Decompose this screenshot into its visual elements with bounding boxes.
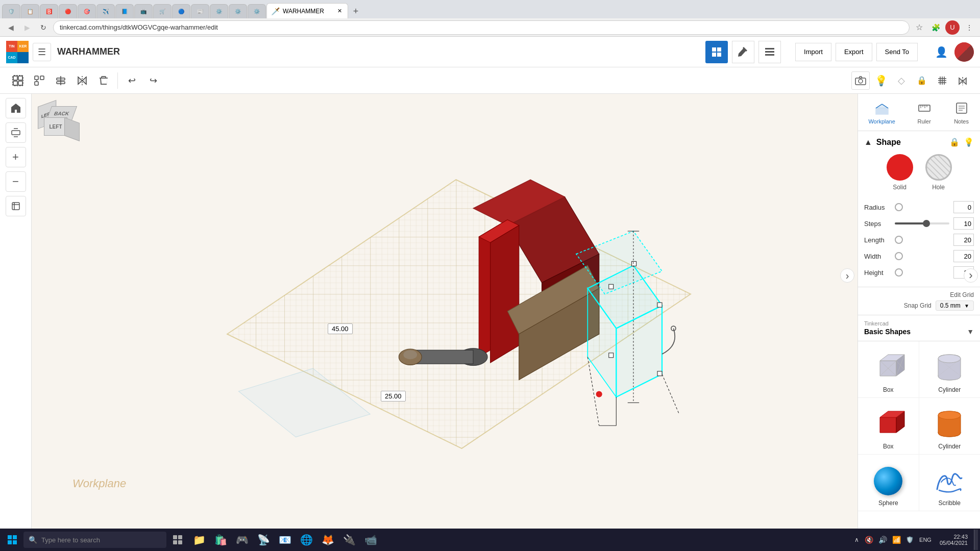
light-icon[interactable]: 💡 [872,71,890,90]
radius-input[interactable] [953,201,974,213]
shape-item-gray-box[interactable]: Box [858,341,919,398]
tray-security[interactable]: 🛡️ [904,536,915,543]
tray-clock[interactable]: 22:43 05/04/2021 [936,534,972,546]
taskbar-app9[interactable]: 🔌 [339,530,359,550]
tab-active[interactable]: 🗡️ WARHAMMER ✕ [266,3,348,18]
tab-1[interactable]: 🛡️ [2,4,20,18]
tab-3[interactable]: 🅱️ [40,4,58,18]
shape-icon[interactable]: ◇ [892,71,911,90]
taskbar-app10[interactable]: 📹 [360,530,381,550]
task-view-btn[interactable] [167,530,188,550]
ungroup-button[interactable] [30,71,49,90]
height-radio[interactable] [895,268,903,277]
taskbar-app6[interactable]: 📧 [275,530,295,550]
shape-item-blue-sphere[interactable]: Sphere [858,455,919,511]
send-to-button[interactable]: Send To [876,43,918,61]
browser-menu-icon[interactable]: ⋮ [963,21,976,34]
tab-11[interactable]: 📰 [191,4,209,18]
camera-view-icon[interactable] [851,71,870,90]
width-input[interactable] [953,250,974,262]
account-icon[interactable]: U [945,20,960,35]
viewport[interactable]: BACK LEFT BACK LEFT [32,94,857,529]
length-radio[interactable] [895,236,903,244]
start-button[interactable] [2,530,22,550]
bulb-icon[interactable]: 💡 [964,137,974,147]
tab-9[interactable]: 🛒 [153,4,172,18]
redo-button[interactable]: ↪ [143,71,163,90]
hole-type-btn[interactable]: Hole [925,154,952,191]
tray-chevron[interactable]: ∧ [852,536,861,543]
export-button[interactable]: Export [836,43,872,61]
tray-volume[interactable]: 🔊 [877,536,889,544]
reload-button[interactable]: ↻ [37,21,50,34]
tray-lang[interactable]: ENG [917,537,934,543]
edit-grid-btn[interactable]: Edit Grid [950,291,974,298]
mirror-button[interactable] [72,71,92,90]
active-tab-close[interactable]: ✕ [335,7,344,15]
address-bar[interactable]: tinkercad.com/things/dtkWOGVCgqe-warhamm… [53,20,910,35]
import-button[interactable]: Import [795,43,831,61]
tab-7[interactable]: 📘 [115,4,134,18]
user-avatar[interactable] [954,42,974,62]
back-button[interactable]: ◀ [4,21,17,34]
align-button[interactable] [51,71,70,90]
taskbar-store[interactable]: 🛍️ [210,530,231,550]
zoom-in-button[interactable]: + [6,147,26,167]
show-desktop-btn[interactable] [974,530,978,550]
width-radio[interactable] [895,252,903,260]
solid-type-btn[interactable]: Solid [887,154,913,191]
group-button[interactable] [8,71,28,90]
shapes-panel-arrow[interactable]: › [840,268,854,283]
ruler-tab[interactable]: Ruler [912,98,937,127]
tab-10[interactable]: 🔵 [172,4,190,18]
zoom-out-button[interactable]: − [6,171,26,192]
extensions-icon[interactable]: 🧩 [929,21,942,34]
lock-icon[interactable]: 🔒 [913,71,931,90]
add-user-icon[interactable]: 👤 [932,43,950,61]
steps-track[interactable] [895,222,949,224]
tab-2[interactable]: 📋 [21,4,39,18]
tray-wifi[interactable]: 📶 [891,536,902,544]
notes-tab[interactable]: Notes [949,98,974,127]
shapes-chevron-btn[interactable]: ▼ [967,328,974,336]
steps-input[interactable] [953,217,974,230]
settings-button[interactable] [6,196,26,216]
tab-4[interactable]: 🔴 [59,4,77,18]
lock-shape-icon[interactable]: 🔒 [949,137,960,147]
workplane-tab[interactable]: Workplane [864,98,899,127]
mirror-axis-icon[interactable] [953,71,972,90]
shape-item-orange-cylinder[interactable]: Cylinder [919,398,981,455]
tab-13[interactable]: ⚙️ [229,4,247,18]
bookmark-icon[interactable]: ☆ [913,21,926,34]
tab-6[interactable]: ✈️ [96,4,115,18]
undo-button[interactable]: ↩ [122,71,141,90]
hammer-view-btn[interactable] [732,41,754,63]
snap-grid-value[interactable]: 0.5 mm ▼ [936,300,974,311]
radius-radio[interactable] [895,203,903,211]
list-view-btn[interactable] [758,41,781,63]
tinkercad-logo[interactable]: TIN KER CAD [6,41,29,63]
nav-cube[interactable]: BACK LEFT [40,102,82,144]
home-view-button[interactable] [6,98,26,118]
tab-5[interactable]: 🎯 [78,4,96,18]
fit-view-button[interactable] [6,122,26,143]
taskbar-app5[interactable]: 📡 [253,530,274,550]
tab-14[interactable]: ⚙️ [248,4,266,18]
hamburger-menu[interactable]: ☰ [33,43,51,61]
shape-item-red-box[interactable]: Box [858,398,919,455]
shape-item-gray-cylinder[interactable]: Cylinder [919,341,981,398]
taskbar-steam[interactable]: 🎮 [232,530,252,550]
panel-collapse-btn[interactable]: ▲ [864,138,872,147]
taskbar-app8[interactable]: 🦊 [317,530,338,550]
tab-12[interactable]: ⚙️ [210,4,228,18]
tray-network[interactable]: 🔇 [863,536,875,544]
length-input[interactable] [953,234,974,246]
tab-8[interactable]: 📺 [134,4,153,18]
shape-item-scribble[interactable]: Scribble [919,455,981,511]
taskbar-explorer[interactable]: 📁 [189,530,209,550]
forward-button[interactable]: ▶ [20,21,34,34]
taskbar-chrome[interactable]: 🌐 [296,530,316,550]
grid-view-btn[interactable] [705,41,728,63]
taskbar-search[interactable]: 🔍 Type here to search [23,532,166,548]
delete-button[interactable] [94,71,113,90]
